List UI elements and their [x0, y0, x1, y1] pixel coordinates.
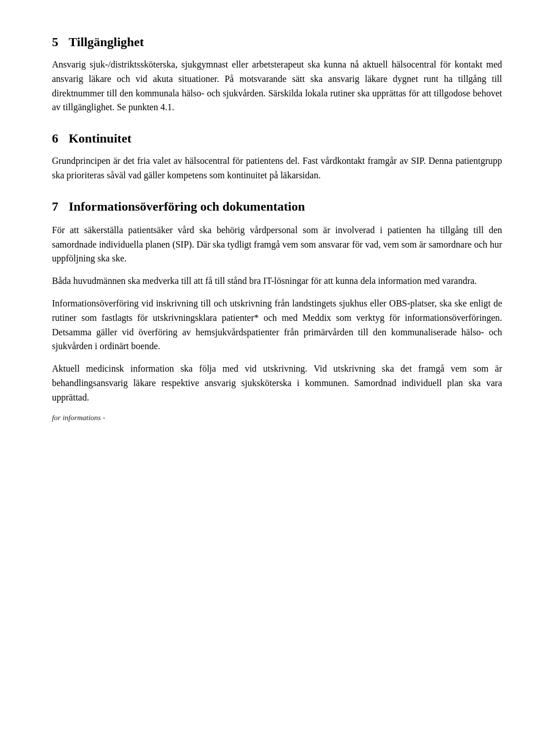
section-5: 5 Tillgänglighet Ansvarig sjuk-/distrikt… — [52, 35, 502, 115]
page: 5 Tillgänglighet Ansvarig sjuk-/distrikt… — [0, 0, 554, 756]
section-7-para-2: Båda huvudmännen ska medverka till att f… — [52, 274, 502, 289]
section-6-number: 6 — [52, 131, 58, 146]
section-5-heading: 5 Tillgänglighet — [52, 35, 502, 50]
section-7-footnote: for informations - — [52, 413, 502, 422]
section-7-para-1: För att säkerställa patientsäker vård sk… — [52, 223, 502, 266]
section-5-number: 5 — [52, 35, 58, 50]
section-7-heading: 7 Informationsöverföring och dokumentati… — [52, 199, 502, 214]
section-6: 6 Kontinuitet Grundprincipen är det fria… — [52, 131, 502, 183]
section-6-para-1: Grundprincipen är det fria valet av häls… — [52, 154, 502, 183]
section-7: 7 Informationsöverföring och dokumentati… — [52, 199, 502, 422]
section-6-heading: 6 Kontinuitet — [52, 131, 502, 146]
section-6-title: Kontinuitet — [69, 131, 132, 146]
section-5-title: Tillgänglighet — [69, 35, 144, 50]
section-7-para-3: Informationsöverföring vid inskrivning t… — [52, 297, 502, 354]
section-5-para-1: Ansvarig sjuk-/distriktssköterska, sjukg… — [52, 58, 502, 115]
section-7-para-4: Aktuell medicinsk information ska följa … — [52, 362, 502, 405]
section-7-number: 7 — [52, 199, 58, 214]
section-7-title: Informationsöverföring och dokumentation — [69, 199, 305, 214]
